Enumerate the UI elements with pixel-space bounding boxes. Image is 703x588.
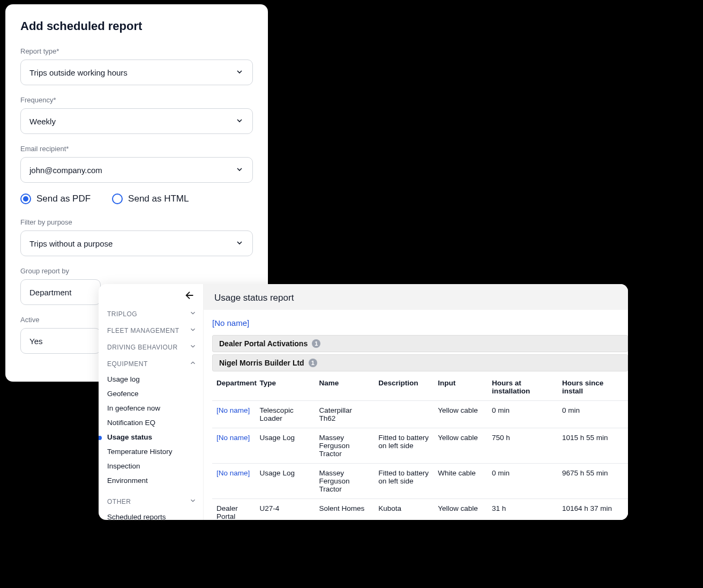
chevron-down-icon [235, 239, 244, 249]
cell-hours-since: 0 min [558, 401, 628, 428]
nav-in-geofence-now[interactable]: In geofence now [107, 401, 199, 415]
report-body: [No name] Dealer Portal Activations 1 Ni… [204, 310, 628, 520]
cell-hours-install: 31 h [488, 499, 558, 520]
cell-department: Dealer Portal [212, 499, 256, 520]
cell-name: Massey Ferguson Tractor [315, 464, 374, 499]
cell-type: U27-4 [256, 499, 315, 520]
report-header: Usage status report [204, 284, 628, 310]
nav-usage-log[interactable]: Usage log [107, 372, 199, 386]
section-label: FLEET MANAGEMENT [107, 327, 179, 334]
noname-link[interactable]: [No name] [212, 318, 249, 328]
email-label: Email recipient* [20, 145, 253, 153]
section-label: EQUIPMENT [107, 360, 148, 368]
group-nigel-morris[interactable]: Nigel Morris Builder Ltd 1 [212, 354, 628, 371]
radio-selected-icon [20, 193, 31, 204]
group-count-badge: 1 [312, 339, 320, 348]
email-value: john@company.com [29, 166, 102, 175]
chevron-down-icon [189, 326, 197, 335]
chevron-down-icon [189, 309, 197, 318]
section-driving[interactable]: DRIVING BEHAVIOUR [107, 339, 199, 355]
chevron-down-icon [235, 165, 244, 175]
report-title: Usage status report [214, 293, 617, 303]
cell-name: Massey Ferguson Tractor [315, 428, 374, 464]
cell-input: Yellow cable [433, 401, 488, 428]
table-row: Dealer PortalU27-4Solent HomesKubotaYell… [212, 499, 628, 520]
cell-input: White cable [433, 464, 488, 499]
report-type-select[interactable]: Trips outside working hours [20, 59, 253, 85]
cell-input: Yellow cable [433, 428, 488, 464]
cell-hours-install: 0 min [488, 401, 558, 428]
filter-purpose-label: Filter by purpose [20, 218, 253, 226]
section-label: TRIPLOG [107, 310, 137, 318]
email-select[interactable]: john@company.com [20, 157, 253, 183]
frequency-select[interactable]: Weekly [20, 108, 253, 134]
cell-description: Kubota [374, 499, 433, 520]
chevron-down-icon [189, 497, 197, 506]
report-sidebar: TRIPLOG FLEET MANAGEMENT DRIVING BEHAVIO… [99, 284, 204, 520]
format-html-label: Send as HTML [128, 193, 189, 204]
cell-name: Caterpillar Th62 [315, 401, 374, 428]
col-input: Input [433, 374, 488, 401]
modal-title: Add scheduled report [20, 19, 253, 33]
chevron-down-icon [235, 68, 244, 78]
col-hours-since: Hours since install [558, 374, 628, 401]
cell-description [374, 401, 433, 428]
format-html-radio[interactable]: Send as HTML [112, 193, 189, 204]
section-triplog[interactable]: TRIPLOG [107, 306, 199, 322]
cell-hours-since: 10164 h 37 min [558, 499, 628, 520]
table-header-row: Department Type Name Description Input H… [212, 374, 628, 401]
usage-table: Department Type Name Description Input H… [212, 374, 628, 520]
cell-department[interactable]: [No name] [212, 464, 256, 499]
group-by-value: Department [29, 288, 71, 297]
filter-purpose-select[interactable]: Trips without a purpose [20, 230, 253, 256]
chevron-up-icon [189, 359, 197, 368]
group-count-badge: 1 [309, 359, 317, 367]
nav-environment[interactable]: Environment [107, 473, 199, 488]
active-value: Yes [29, 337, 42, 346]
col-name: Name [315, 374, 374, 401]
cell-description: Fitted to battery on left side [374, 464, 433, 499]
cell-hours-since: 9675 h 55 min [558, 464, 628, 499]
cell-type: Usage Log [256, 464, 315, 499]
nav-notification-eq[interactable]: Notification EQ [107, 415, 199, 430]
filter-purpose-value: Trips without a purpose [29, 239, 113, 248]
group-by-label: Group report by [20, 267, 253, 275]
col-department: Department [212, 374, 256, 401]
col-description: Description [374, 374, 433, 401]
report-type-label: Report type* [20, 47, 253, 55]
chevron-down-icon [189, 343, 197, 352]
section-equipment[interactable]: EQUIPMENT [107, 355, 199, 372]
cell-type: Telescopic Loader [256, 401, 315, 428]
back-arrow-icon[interactable] [184, 289, 196, 303]
nav-geofence[interactable]: Geofence [107, 386, 199, 401]
radio-unselected-icon [112, 193, 123, 204]
table-row: [No name]Telescopic LoaderCaterpillar Th… [212, 401, 628, 428]
group-by-select[interactable]: Department [20, 279, 101, 305]
active-select[interactable]: Yes [20, 328, 101, 354]
nav-scheduled-reports[interactable]: Scheduled reports [107, 510, 199, 520]
cell-hours-since: 1015 h 55 min [558, 428, 628, 464]
cell-input: Yellow cable [433, 499, 488, 520]
nav-inspection[interactable]: Inspection [107, 459, 199, 473]
cell-hours-install: 0 min [488, 464, 558, 499]
group-dealer-portal-activations[interactable]: Dealer Portal Activations 1 [212, 335, 628, 352]
cell-department[interactable]: [No name] [212, 401, 256, 428]
section-label: OTHER [107, 498, 131, 505]
usage-report-panel: TRIPLOG FLEET MANAGEMENT DRIVING BEHAVIO… [99, 284, 628, 520]
col-hours-install: Hours at installation [488, 374, 558, 401]
group-name: Dealer Portal Activations [219, 339, 308, 348]
cell-name: Solent Homes [315, 499, 374, 520]
format-pdf-label: Send as PDF [36, 193, 91, 204]
nav-temperature-history[interactable]: Temperature History [107, 444, 199, 459]
table-row: [No name]Usage LogMassey Ferguson Tracto… [212, 464, 628, 499]
format-pdf-radio[interactable]: Send as PDF [20, 193, 91, 204]
frequency-label: Frequency* [20, 96, 253, 104]
section-fleet[interactable]: FLEET MANAGEMENT [107, 322, 199, 339]
nav-usage-status[interactable]: Usage status [107, 430, 199, 444]
frequency-value: Weekly [29, 117, 56, 126]
table-row: [No name]Usage LogMassey Ferguson Tracto… [212, 428, 628, 464]
cell-department[interactable]: [No name] [212, 428, 256, 464]
report-type-value: Trips outside working hours [29, 68, 128, 77]
section-other[interactable]: OTHER [107, 493, 199, 510]
cell-type: Usage Log [256, 428, 315, 464]
